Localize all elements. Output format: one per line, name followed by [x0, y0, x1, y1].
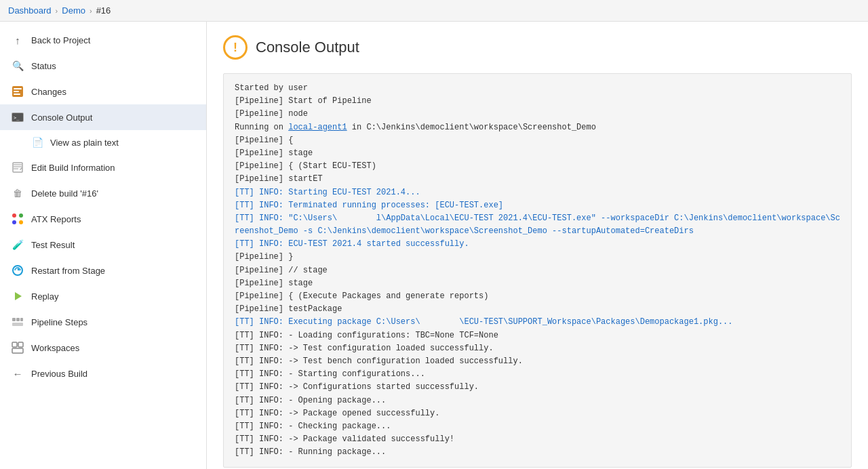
console-link[interactable]: local-agent1: [288, 123, 347, 132]
console-line: Running on local-agent1 in C:\Jenkins\de…: [235, 121, 840, 134]
trash-icon: 🗑: [11, 186, 24, 200]
sidebar-item-edit-build-info[interactable]: Edit Build Information: [0, 155, 206, 180]
sidebar-label-back-to-project: Back to Project: [31, 35, 90, 45]
svg-rect-23: [12, 348, 23, 353]
console-line: [Pipeline] node: [235, 108, 840, 121]
console-line: [TT] INFO: Starting ECU-TEST 2021.4...: [235, 186, 840, 199]
svg-rect-17: [12, 318, 16, 321]
breadcrumb-sep-2: ›: [90, 7, 92, 15]
console-line: [Pipeline] stage: [235, 147, 840, 160]
sidebar-item-restart-from-stage[interactable]: Restart from Stage: [0, 258, 206, 283]
document-icon: 📄: [31, 136, 43, 148]
workspaces-icon: [11, 341, 24, 354]
console-line: [Pipeline] }: [235, 251, 840, 264]
svg-point-14: [19, 220, 23, 224]
page-header: ! Console Output: [223, 35, 852, 60]
breadcrumb-demo[interactable]: Demo: [62, 5, 85, 16]
console-line: [Pipeline] Start of Pipeline: [235, 95, 840, 108]
console-line: [TT] INFO: -> Test bench configuration l…: [235, 355, 840, 368]
svg-rect-21: [12, 342, 17, 347]
svg-rect-22: [18, 342, 23, 347]
console-line: [TT] INFO: -> Package validated successf…: [235, 433, 840, 446]
console-line: [TT] INFO: -> Package opened successfull…: [235, 407, 840, 420]
console-line: [TT] INFO: ECU-TEST 2021.4 started succe…: [235, 238, 840, 251]
console-line: Started by user: [235, 82, 840, 95]
sidebar-label-view-plain-text: View as plain text: [50, 138, 119, 148]
console-line: [Pipeline] {: [235, 134, 840, 147]
svg-text:>_: >_: [14, 115, 20, 121]
sidebar-item-test-result[interactable]: 🧪 Test Result: [0, 232, 206, 258]
arrow-left-icon: ←: [11, 367, 24, 380]
console-line: [Pipeline] testPackage: [235, 303, 840, 316]
sidebar-label-status: Status: [31, 61, 56, 71]
sidebar-label-console-output: Console Output: [31, 113, 92, 123]
search-icon: 🔍: [11, 59, 24, 73]
sidebar-label-edit-build-info: Edit Build Information: [31, 163, 115, 173]
sidebar-item-console-output[interactable]: >_ Console Output: [0, 104, 206, 130]
sidebar-item-replay[interactable]: Replay: [0, 283, 206, 309]
edit-icon: [11, 161, 24, 174]
console-icon: >_: [11, 110, 24, 124]
svg-rect-2: [14, 91, 19, 92]
console-line: [TT] INFO: - Opening package...: [235, 394, 840, 407]
sidebar-item-status[interactable]: 🔍 Status: [0, 53, 206, 79]
console-line: [Pipeline] { (Start ECU-TEST): [235, 160, 840, 173]
sidebar-item-changes[interactable]: Changes: [0, 79, 206, 104]
console-line: [Pipeline] { (Execute Packages and gener…: [235, 290, 840, 303]
svg-point-13: [12, 220, 16, 224]
console-line: [TT] INFO: - Starting configurations...: [235, 368, 840, 381]
main-content: ! Console Output Started by user[Pipelin…: [207, 22, 868, 469]
console-line: [Pipeline] stage: [235, 277, 840, 290]
breadcrumb-sep-1: ›: [56, 7, 58, 15]
console-line: [TT] INFO: -> Test configuration loaded …: [235, 342, 840, 355]
warning-icon: !: [223, 35, 248, 60]
console-line: [TT] INFO: Executing package C:\Users\ \…: [235, 316, 840, 329]
svg-rect-3: [14, 94, 20, 95]
console-line: [TT] INFO: "C:\Users\ l\AppData\Local\EC…: [235, 212, 840, 238]
svg-rect-19: [20, 318, 23, 321]
sidebar-label-replay: Replay: [31, 291, 58, 302]
svg-rect-7: [13, 163, 22, 172]
svg-marker-16: [15, 292, 22, 300]
console-line: [TT] INFO: -> Configurations started suc…: [235, 381, 840, 394]
arrow-up-icon: ↑: [11, 33, 24, 47]
console-output-area: Started by user[Pipeline] Start of Pipel…: [223, 73, 852, 468]
test-result-icon: 🧪: [11, 238, 24, 251]
console-line: [TT] INFO: - Checking package...: [235, 420, 840, 433]
changes-icon: [11, 85, 24, 98]
console-line: [TT] INFO: Terminated running processes:…: [235, 199, 840, 212]
replay-icon: [11, 289, 24, 303]
sidebar-label-previous-build: Previous Build: [31, 369, 87, 379]
sidebar-label-workspaces: Workspaces: [31, 343, 79, 353]
breadcrumb-current: #16: [96, 5, 111, 16]
svg-point-11: [12, 213, 16, 218]
sidebar-item-pipeline-steps[interactable]: Pipeline Steps: [0, 309, 206, 335]
svg-rect-1: [14, 88, 22, 89]
sidebar-label-test-result: Test Result: [31, 240, 75, 250]
breadcrumb-dashboard[interactable]: Dashboard: [8, 5, 52, 16]
sidebar-label-delete-build: Delete build '#16': [31, 188, 98, 199]
console-line: [Pipeline] // stage: [235, 264, 840, 277]
atx-icon: [11, 212, 24, 226]
console-line: [Pipeline] startET: [235, 173, 840, 186]
svg-rect-18: [16, 318, 20, 321]
sidebar-item-delete-build[interactable]: 🗑 Delete build '#16': [0, 180, 206, 206]
pipeline-icon: [11, 315, 24, 329]
sidebar-label-changes: Changes: [31, 87, 66, 97]
sidebar-item-view-plain-text[interactable]: 📄 View as plain text: [0, 130, 206, 155]
breadcrumb: Dashboard › Demo › #16: [0, 0, 868, 22]
svg-point-12: [19, 213, 23, 218]
sidebar-label-pipeline-steps: Pipeline Steps: [31, 317, 87, 327]
svg-rect-20: [12, 323, 23, 326]
sidebar-item-atx-reports[interactable]: ATX Reports: [0, 206, 206, 232]
sidebar: ↑ Back to Project 🔍 Status Changes: [0, 22, 207, 469]
console-line: [TT] INFO: - Running package...: [235, 446, 840, 459]
sidebar-label-atx-reports: ATX Reports: [31, 214, 81, 224]
restart-icon: [11, 264, 24, 277]
sidebar-item-previous-build[interactable]: ← Previous Build: [0, 361, 206, 386]
sidebar-label-restart-from-stage: Restart from Stage: [31, 266, 105, 276]
sidebar-item-back-to-project[interactable]: ↑ Back to Project: [0, 27, 206, 53]
console-line: [TT] INFO: - Loading configurations: TBC…: [235, 329, 840, 342]
page-title: Console Output: [256, 39, 359, 56]
sidebar-item-workspaces[interactable]: Workspaces: [0, 335, 206, 361]
